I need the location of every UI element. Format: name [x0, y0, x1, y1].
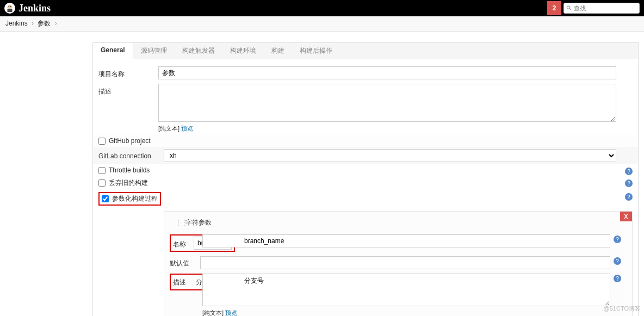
preview-link[interactable]: 预览: [181, 125, 193, 132]
svg-point-4: [567, 6, 569, 9]
description-textarea[interactable]: [158, 84, 616, 122]
tab-build[interactable]: 构建: [264, 43, 292, 59]
main-content: General 源码管理 构建触发器 构建环境 构建 构建后操作 项目名称 描述…: [0, 32, 644, 316]
gitlab-connection-row: GitLab connection xh: [93, 147, 638, 164]
param-name-label: 名称: [173, 238, 190, 249]
parameterize-checkbox[interactable]: [102, 195, 109, 202]
watermark: @51CTO博客: [604, 305, 641, 313]
search-box[interactable]: [564, 3, 640, 14]
github-project-label[interactable]: GitHub project: [109, 137, 151, 145]
throttle-builds-checkbox[interactable]: [98, 167, 106, 174]
discard-old-builds-row: 丢弃旧的构建 ?: [93, 176, 638, 190]
param-default-label: 默认值: [170, 256, 195, 268]
param-name-row: 名称 ?: [170, 232, 627, 254]
breadcrumb: Jenkins › 参数 ›: [0, 16, 644, 32]
github-project-checkbox[interactable]: [98, 138, 106, 145]
svg-point-2: [8, 6, 9, 7]
svg-point-3: [10, 6, 11, 7]
tab-post-build[interactable]: 构建后操作: [292, 43, 340, 59]
gitlab-connection-select[interactable]: xh: [164, 149, 616, 162]
description-row: 描述 [纯文本] 预览: [93, 82, 638, 135]
breadcrumb-item[interactable]: 参数: [38, 20, 51, 27]
parameterize-label[interactable]: 参数化构建过程: [112, 194, 158, 203]
param-desc-textarea[interactable]: [202, 274, 610, 306]
svg-rect-1: [8, 9, 13, 12]
project-name-input[interactable]: [158, 66, 616, 79]
svg-line-5: [569, 9, 571, 10]
discard-old-builds-checkbox[interactable]: [98, 179, 106, 187]
help-icon[interactable]: ?: [625, 193, 633, 201]
tab-scm[interactable]: 源码管理: [133, 43, 175, 59]
param-default-input[interactable]: [200, 256, 610, 269]
brand-text: Jenkins: [18, 3, 51, 14]
project-name-row: 项目名称: [93, 64, 638, 82]
description-label: 描述: [98, 84, 153, 96]
tab-build-env[interactable]: 构建环境: [222, 43, 264, 59]
param-desc-label: 描述: [173, 277, 193, 287]
svg-point-0: [8, 5, 13, 10]
tab-bar: General 源码管理 构建触发器 构建环境 构建 构建后操作: [92, 42, 639, 59]
notification-badge[interactable]: 2: [547, 1, 561, 15]
logo[interactable]: Jenkins: [4, 3, 51, 14]
search-icon: [566, 5, 572, 11]
tab-triggers[interactable]: 构建触发器: [175, 43, 222, 59]
preview-link[interactable]: 预览: [225, 309, 237, 316]
chevron-right-icon: ›: [29, 20, 36, 27]
highlight-box: 参数化构建过程: [98, 192, 161, 206]
breadcrumb-item[interactable]: Jenkins: [5, 20, 28, 27]
form-panel: 项目名称 描述 [纯文本] 预览 GitHub project GitLab c…: [92, 59, 639, 316]
project-name-label: 项目名称: [98, 66, 153, 79]
throttle-builds-row: Throttle builds ?: [93, 164, 638, 176]
help-icon[interactable]: ?: [614, 257, 621, 265]
gitlab-connection-label: GitLab connection: [98, 149, 158, 160]
parameterize-row: 参数化构建过程 ?: [93, 190, 638, 208]
throttle-builds-label[interactable]: Throttle builds: [109, 166, 150, 174]
drag-handle-icon[interactable]: ⋮⋮: [175, 219, 182, 226]
github-project-row: GitHub project: [93, 135, 638, 147]
help-icon[interactable]: ?: [614, 236, 621, 243]
chevron-right-icon: ›: [53, 20, 59, 27]
help-icon[interactable]: ?: [614, 275, 621, 282]
param-name-input[interactable]: [202, 234, 610, 247]
param-desc-row: 描述 分支号 [纯文本] 预览 ?: [170, 271, 627, 316]
search-input[interactable]: [574, 5, 637, 11]
help-icon[interactable]: ?: [625, 179, 633, 187]
jenkins-logo-icon: [4, 3, 15, 14]
help-icon[interactable]: ?: [625, 168, 633, 175]
header-bar: Jenkins 2: [0, 0, 644, 16]
param-default-row: 默认值 ?: [170, 254, 627, 271]
description-hint: [纯文本] 预览: [158, 125, 616, 133]
param-section-title: ⋮⋮ 字符参数: [170, 216, 627, 232]
tab-general[interactable]: General: [93, 43, 133, 59]
string-param-block: X ⋮⋮ 字符参数 名称 ? 默认值 ?: [164, 211, 633, 316]
close-button[interactable]: X: [620, 212, 632, 221]
param-desc-hint: [纯文本] 预览: [202, 309, 610, 316]
discard-old-builds-label[interactable]: 丢弃旧的构建: [109, 178, 148, 188]
